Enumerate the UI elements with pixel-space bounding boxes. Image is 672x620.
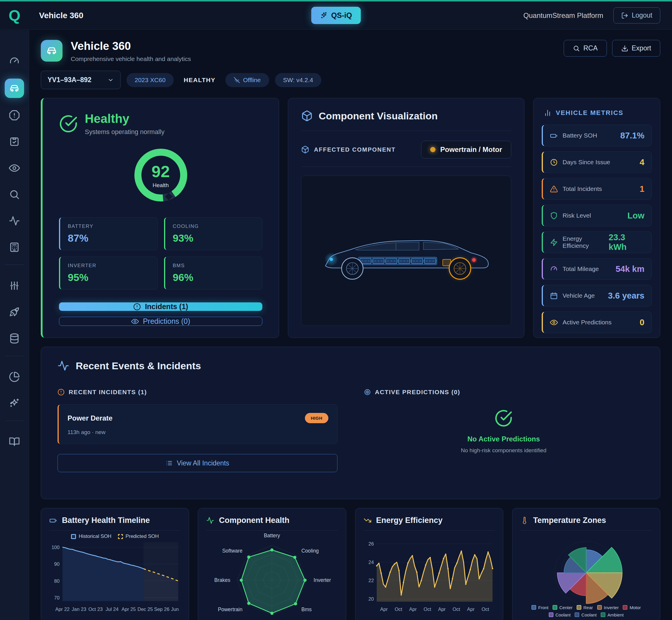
topbar-title: Vehicle 360 bbox=[39, 11, 83, 20]
logout-button[interactable]: Logout bbox=[613, 7, 660, 23]
sidebar-item-settings[interactable] bbox=[9, 280, 20, 291]
svg-text:Jan 23: Jan 23 bbox=[71, 607, 86, 612]
stat-label: BMS bbox=[173, 263, 255, 269]
metric-value: 3.6 years bbox=[608, 291, 644, 301]
pie-chart-icon bbox=[9, 371, 20, 382]
battery-health-timeline-card: Battery Health Timeline Historical SOH P… bbox=[41, 508, 189, 620]
stat-cooling: COOLING93% bbox=[164, 217, 262, 250]
offline-badge: Offline bbox=[225, 73, 269, 87]
recent-incidents-header: RECENT INCIDENTS (1) bbox=[69, 389, 147, 396]
metric-value: 1 bbox=[640, 184, 644, 194]
svg-text:Apr 22: Apr 22 bbox=[55, 607, 69, 612]
active-predictions-header: ACTIVE PREDICTIONS (0) bbox=[375, 389, 461, 396]
metric-label: Total Mileage bbox=[563, 265, 599, 272]
eye-icon bbox=[131, 318, 139, 325]
eye-icon bbox=[9, 162, 20, 174]
predictions-button[interactable]: Predictions (0) bbox=[59, 317, 262, 326]
car-icon bbox=[46, 45, 57, 57]
view-all-incidents-button[interactable]: View All Incidents bbox=[57, 454, 337, 472]
svg-text:70: 70 bbox=[54, 595, 59, 601]
stat-battery: BATTERY87% bbox=[59, 217, 157, 250]
battery-icon bbox=[550, 132, 558, 140]
calculator-icon bbox=[9, 242, 20, 253]
thermometer-icon bbox=[521, 516, 528, 524]
wifi-off-icon bbox=[234, 77, 240, 83]
selected-component-label: Powertrain / Motor bbox=[440, 146, 502, 154]
predictions-button-label: Predictions (0) bbox=[143, 317, 190, 325]
sidebar-item-search[interactable] bbox=[9, 189, 20, 200]
app-logo[interactable]: Q bbox=[0, 8, 29, 23]
sidebar-item-incidents[interactable] bbox=[9, 110, 20, 121]
stat-label: INVERTER bbox=[68, 263, 150, 269]
check-circle-icon bbox=[59, 114, 78, 133]
legend-item: Coolant bbox=[575, 612, 596, 617]
vehicle-illustration-panel bbox=[301, 176, 511, 326]
svg-text:Brakes: Brakes bbox=[214, 577, 230, 583]
sidebar-item-vehicle-active[interactable] bbox=[5, 79, 24, 98]
legend-item: Coolant bbox=[549, 612, 571, 617]
sidebar-item-monitor[interactable] bbox=[9, 162, 20, 174]
component-selector[interactable]: Powertrain / Motor bbox=[421, 141, 511, 158]
search-icon bbox=[9, 189, 20, 200]
svg-text:Sep 26: Sep 26 bbox=[154, 607, 169, 612]
incidents-button[interactable]: Incidents (1) bbox=[59, 302, 262, 311]
sidebar-item-activity[interactable] bbox=[9, 215, 20, 226]
stat-label: COOLING bbox=[173, 223, 255, 229]
sidebar-item-analytics[interactable] bbox=[9, 371, 20, 382]
divider bbox=[301, 131, 511, 131]
logout-icon bbox=[621, 12, 628, 19]
sidebar-item-launch[interactable] bbox=[9, 307, 20, 318]
svg-text:Oct: Oct bbox=[424, 607, 431, 612]
sidebar-item-tasks[interactable] bbox=[9, 136, 20, 147]
no-predictions-state: No Active Predictions No high-risk compo… bbox=[364, 409, 644, 454]
sparkles-icon bbox=[320, 12, 328, 19]
sliders-icon bbox=[9, 280, 20, 291]
alert-circle-icon bbox=[133, 303, 141, 311]
battery-icon bbox=[49, 516, 57, 524]
rca-button[interactable]: RCA bbox=[564, 40, 607, 57]
incidents-button-label: Incidents (1) bbox=[145, 302, 188, 311]
qsiq-button[interactable]: QS-iQ bbox=[311, 7, 361, 24]
svg-text:Apr: Apr bbox=[467, 607, 475, 612]
legend-item: Motor bbox=[623, 605, 640, 610]
bar-chart-icon bbox=[543, 109, 552, 117]
gauge-label: Health bbox=[153, 182, 169, 189]
vin-select[interactable]: YV1–93A–892 bbox=[41, 71, 121, 89]
component-viz-title: Component Visualization bbox=[319, 110, 438, 122]
metric-value: Low bbox=[627, 211, 644, 220]
chart-title: Temperature Zones bbox=[533, 516, 606, 525]
stat-inverter: INVERTER95% bbox=[59, 257, 157, 290]
incident-title: Power Derate bbox=[67, 414, 112, 422]
offline-label: Offline bbox=[243, 76, 260, 84]
platform-label: QuantumStream Platform bbox=[524, 11, 603, 20]
sidebar-item-ai[interactable] bbox=[9, 398, 20, 409]
page-header: Vehicle 360 Comprehensive vehicle health… bbox=[41, 40, 660, 62]
sidebar-item-docs[interactable] bbox=[9, 436, 20, 447]
svg-text:100: 100 bbox=[51, 544, 59, 550]
metric-label: Total Incidents bbox=[563, 185, 602, 192]
legend-label: Historical SOH bbox=[79, 533, 111, 539]
activity-icon bbox=[206, 516, 214, 524]
metric-value: 23.3 kWh bbox=[609, 232, 644, 252]
metric-value: 4 bbox=[640, 157, 644, 167]
metric-row-active-predictions: Active Predictions 0 bbox=[542, 311, 652, 333]
vehicle360-tile bbox=[41, 40, 62, 62]
incident-row[interactable]: Power Derate HIGH 113h ago · new bbox=[57, 404, 337, 444]
metric-label: Battery SOH bbox=[563, 132, 597, 139]
svg-text:80: 80 bbox=[54, 578, 59, 584]
temperature-zones-legend: FrontCenterRearInverterMotorCoolantCoola… bbox=[521, 605, 652, 617]
svg-text:Inverter: Inverter bbox=[314, 577, 331, 583]
temperature-zones-chart: FrontCenterRearInverterMotorCoolantCoola… bbox=[521, 530, 652, 617]
export-button[interactable]: Export bbox=[612, 40, 660, 57]
temperature-zones-card: Temperature Zones FrontCenterRearInverte… bbox=[512, 508, 660, 620]
sidebar-item-calculator[interactable] bbox=[9, 242, 20, 253]
sidebar-item-dashboard[interactable] bbox=[9, 56, 20, 67]
rca-label: RCA bbox=[583, 44, 598, 52]
health-status-label: HEALTHY bbox=[184, 76, 215, 84]
svg-text:Software: Software bbox=[222, 548, 242, 554]
stat-value: 87% bbox=[68, 232, 150, 244]
svg-text:22: 22 bbox=[368, 578, 374, 583]
stat-bms: BMS96% bbox=[164, 257, 262, 290]
component-health-radar: BatteryCoolingInverterBmsThermalPowertra… bbox=[206, 530, 337, 620]
sidebar-item-data[interactable] bbox=[9, 333, 20, 344]
